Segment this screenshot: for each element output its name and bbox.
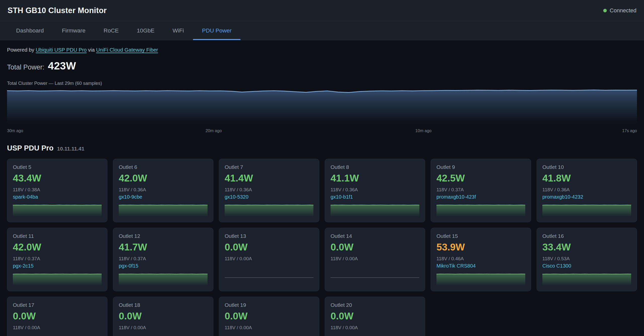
pdu-product-link[interactable]: Ubiquiti USP PDU Pro [36, 47, 87, 53]
total-power-value: 423W [48, 60, 76, 72]
outlet-card-outlet-5: Outlet 543.4W118V / 0.38Aspark-04ba [7, 159, 107, 222]
outlet-power-value: 0.0W [331, 242, 419, 252]
outlet-power-value: 53.9W [436, 242, 525, 252]
outlet-volts-amps: 118V / 0.00A [225, 325, 313, 330]
outlet-power-value: 33.4W [542, 242, 631, 252]
outlet-card-outlet-7: Outlet 741.4W118V / 0.36Agx10-5320 [219, 159, 319, 222]
status-label: Connected [610, 7, 636, 14]
total-power-chart-section: Total Cluster Power — Last 29m (60 sampl… [7, 81, 637, 134]
outlet-power-value: 42.0W [13, 242, 102, 252]
outlet-sparkline [119, 200, 208, 216]
outlet-power-value: 43.4W [13, 173, 102, 183]
outlet-name: Outlet 8 [331, 164, 419, 170]
outlet-hostname: gx10-9cbe [119, 194, 208, 200]
outlet-volts-amps: 118V / 0.00A [225, 256, 313, 262]
outlet-name: Outlet 18 [119, 302, 208, 308]
x-axis-label: 10m ago [415, 128, 431, 133]
tab-10gbe[interactable]: 10GbE [128, 21, 164, 40]
tab-roce[interactable]: RoCE [95, 21, 128, 40]
outlet-sparkline [225, 330, 313, 336]
pdu-power-page: Powered by Ubiquiti USP PDU Pro via UniF… [0, 47, 644, 336]
outlet-volts-amps: 118V / 0.36A [331, 187, 419, 193]
outlet-card-outlet-19: Outlet 190.0W118V / 0.00A [219, 297, 319, 336]
x-axis-label: 17s ago [622, 128, 637, 133]
outlet-name: Outlet 6 [119, 164, 208, 170]
status-dot-icon [603, 9, 607, 12]
page-title: STH GB10 Cluster Monitor [8, 6, 107, 15]
outlet-card-outlet-13: Outlet 130.0W118V / 0.00A [219, 228, 319, 291]
outlet-name: Outlet 10 [542, 164, 631, 170]
pdu-header: USP PDU Pro 10.11.11.41 [7, 144, 637, 152]
outlet-name: Outlet 9 [436, 164, 525, 170]
outlet-power-value: 41.4W [225, 173, 313, 183]
outlet-hostname: gx10-5320 [225, 194, 313, 200]
chart-title: Total Cluster Power — Last 29m (60 sampl… [7, 81, 637, 86]
outlet-sparkline [119, 330, 208, 336]
outlet-power-value: 0.0W [13, 311, 102, 321]
outlet-card-outlet-9: Outlet 942.5W118V / 0.37Apromaxgb10-423f [431, 159, 531, 222]
outlet-hostname: promaxgb10-4232 [542, 194, 631, 200]
outlet-name: Outlet 19 [225, 302, 313, 308]
outlet-hostname: pgx-2c15 [13, 263, 102, 269]
outlet-power-value: 41.7W [119, 242, 208, 252]
outlet-sparkline [331, 330, 419, 336]
outlet-hostname: MikroTik CRS804 [436, 263, 525, 269]
chart-x-axis: 30m ago20m ago10m ago17s ago [7, 128, 637, 134]
outlet-hostname: spark-04ba [13, 194, 102, 200]
outlet-card-outlet-17: Outlet 170.0W118V / 0.00A [7, 297, 107, 336]
outlet-hostname: gx10-b1f1 [331, 194, 419, 200]
total-power: Total Power: 423W [7, 60, 637, 72]
outlet-card-outlet-18: Outlet 180.0W118V / 0.00A [113, 297, 213, 336]
outlet-power-value: 0.0W [119, 311, 208, 321]
outlet-volts-amps: 118V / 0.36A [542, 187, 631, 193]
tab-wifi[interactable]: WiFi [164, 21, 193, 40]
x-axis-label: 20m ago [206, 128, 222, 133]
outlet-volts-amps: 118V / 0.36A [225, 187, 313, 193]
outlet-card-outlet-16: Outlet 1633.4W118V / 0.53ACisco C1300 [537, 228, 637, 291]
outlet-name: Outlet 13 [225, 233, 313, 239]
x-axis-label: 30m ago [7, 128, 23, 133]
outlet-card-outlet-6: Outlet 642.0W118V / 0.36Agx10-9cbe [113, 159, 213, 222]
outlet-sparkline [13, 269, 102, 285]
outlet-volts-amps: 118V / 0.00A [13, 325, 102, 330]
outlet-card-outlet-11: Outlet 1142.0W118V / 0.37Apgx-2c15 [7, 228, 107, 291]
outlet-card-outlet-10: Outlet 1041.8W118V / 0.36Apromaxgb10-423… [537, 159, 637, 222]
outlet-power-value: 0.0W [225, 311, 313, 321]
top-bar: STH GB10 Cluster Monitor Connected [0, 0, 644, 21]
powered-by-prefix: Powered by [7, 47, 34, 53]
outlet-power-value: 0.0W [331, 311, 419, 321]
outlet-hostname: Cisco C1300 [542, 263, 631, 269]
outlet-name: Outlet 12 [119, 233, 208, 239]
outlet-grid: Outlet 543.4W118V / 0.38Aspark-04baOutle… [7, 159, 637, 336]
outlet-volts-amps: 118V / 0.53A [542, 256, 631, 262]
outlet-volts-amps: 118V / 0.37A [436, 187, 525, 193]
outlet-sparkline [331, 200, 419, 216]
outlet-power-value: 42.5W [436, 173, 525, 183]
outlet-name: Outlet 7 [225, 164, 313, 170]
outlet-volts-amps: 118V / 0.38A [13, 187, 102, 193]
tab-firmware[interactable]: Firmware [53, 21, 95, 40]
connection-status: Connected [603, 7, 636, 14]
tab-dashboard[interactable]: Dashboard [7, 21, 53, 40]
outlet-card-outlet-20: Outlet 200.0W118V / 0.00A [325, 297, 425, 336]
powered-by-via: via [88, 47, 95, 53]
outlet-sparkline [13, 200, 102, 216]
gateway-link[interactable]: UniFi Cloud Gateway Fiber [96, 47, 158, 53]
outlet-name: Outlet 16 [542, 233, 631, 239]
outlet-volts-amps: 118V / 0.00A [331, 325, 419, 330]
tab-pdu-power[interactable]: PDU Power [193, 21, 241, 40]
outlet-power-value: 42.0W [119, 173, 208, 183]
outlet-sparkline [225, 269, 313, 285]
outlet-power-value: 0.0W [225, 242, 313, 252]
outlet-sparkline [542, 269, 631, 285]
tab-bar: DashboardFirmwareRoCE10GbEWiFiPDU Power [0, 21, 644, 40]
outlet-card-outlet-12: Outlet 1241.7W118V / 0.37Apgx-0f15 [113, 228, 213, 291]
outlet-name: Outlet 20 [331, 302, 419, 308]
outlet-sparkline [436, 200, 525, 216]
outlet-volts-amps: 118V / 0.00A [331, 256, 419, 262]
outlet-name: Outlet 15 [436, 233, 525, 239]
outlet-name: Outlet 17 [13, 302, 102, 308]
outlet-hostname: promaxgb10-423f [436, 194, 525, 200]
outlet-name: Outlet 11 [13, 233, 102, 239]
outlet-volts-amps: 118V / 0.46A [436, 256, 525, 262]
